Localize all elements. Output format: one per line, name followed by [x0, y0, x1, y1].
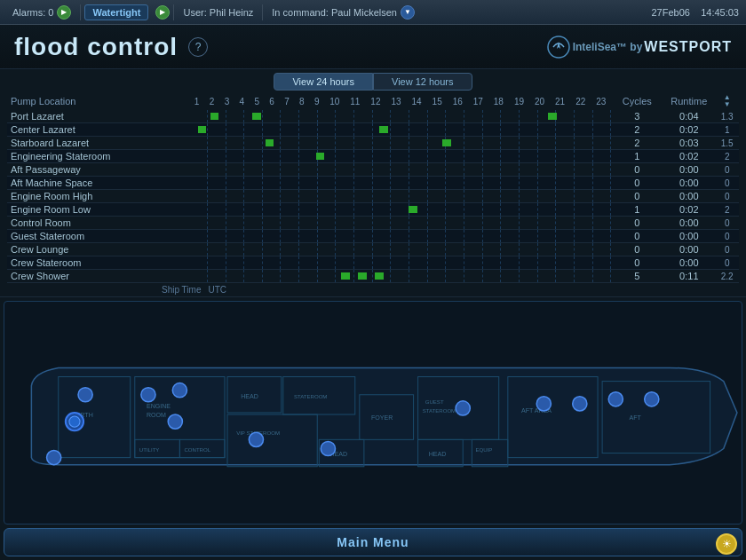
table-row[interactable]: Crew Stateroom00:000 [7, 256, 739, 270]
table-row[interactable]: Engine Room High00:000 [7, 190, 739, 203]
cycles-cell: 0 [611, 243, 663, 256]
pump-dot-center-lazaret[interactable] [141, 388, 155, 402]
main-content: View 24 hours View 12 hours Pump Locatio… [0, 69, 746, 560]
last-value-cell: 1.5 [715, 137, 739, 150]
table-row[interactable]: Guest Stateroom00:000 [7, 230, 739, 243]
settings-icon[interactable]: ☀ [716, 533, 737, 555]
pump-dot-crew2[interactable] [573, 397, 587, 411]
pump-dot-starboard-lazaret[interactable] [249, 432, 263, 446]
last-value-cell: 0 [715, 243, 739, 256]
bottom-section: BERTH ENGINE ROOM UTILITY CONTROL HEAD [0, 296, 746, 560]
svg-text:ROOM: ROOM [147, 412, 166, 419]
last-value-cell: 1.3 [715, 110, 739, 123]
runtime-header: Runtime [663, 92, 715, 110]
pump-name-cell: Crew Stateroom [7, 256, 189, 270]
runtime-cell: 0:02 [663, 123, 715, 137]
runtime-cell: 0:02 [663, 150, 715, 163]
timeline-cell [189, 256, 611, 270]
svg-point-32 [69, 416, 80, 427]
datetime: 27Feb06 14:45:03 [652, 7, 740, 18]
separator [80, 4, 81, 20]
timeline-cell [189, 203, 611, 217]
runtime-cell: 0:00 [663, 230, 715, 243]
cycles-cell: 0 [611, 177, 663, 190]
pump-dot-guest[interactable] [456, 401, 470, 415]
separator3 [262, 4, 263, 20]
pump-dot-port-lazaret[interactable] [78, 388, 92, 402]
table-row[interactable]: Control Room00:000 [7, 217, 739, 230]
timeline-cell [189, 177, 611, 190]
pump-name-cell: Center Lazaret [7, 123, 189, 137]
runtime-cell: 0:11 [663, 270, 715, 283]
user-status: User: Phil Heinz [178, 5, 258, 20]
timeline-cell [189, 217, 611, 230]
table-row[interactable]: Engineering Stateroom10:022 [7, 150, 739, 163]
pump-name-cell: Port Lazaret [7, 110, 189, 123]
utc-label: UTC [208, 285, 226, 295]
sort-icon: ▲▼ [718, 94, 735, 108]
watertight-status: Watertight [84, 4, 148, 20]
ship-blueprint: BERTH ENGINE ROOM UTILITY CONTROL HEAD [4, 302, 742, 524]
ship-time-label: Ship Time [162, 285, 201, 295]
pump-name-cell: Crew Lounge [7, 243, 189, 256]
timeline-cell [189, 230, 611, 243]
svg-text:HEAD: HEAD [429, 451, 447, 458]
alarms-status: Alarms: 0 ▶ [7, 4, 76, 21]
svg-text:UTILITY: UTILITY [139, 447, 160, 453]
cycles-cell: 2 [611, 123, 663, 137]
cycles-cell: 0 [611, 190, 663, 203]
svg-text:ENGINE: ENGINE [147, 403, 171, 410]
runtime-cell: 0:04 [663, 110, 715, 123]
timeline-cell [189, 150, 611, 163]
last-value-cell: 2.2 [715, 270, 739, 283]
timeline-cell [189, 110, 611, 123]
pump-name-cell: Control Room [7, 217, 189, 230]
main-menu-label: Main Menu [337, 535, 409, 549]
cycles-cell: 0 [611, 256, 663, 270]
pump-dot-engineering[interactable] [321, 441, 335, 455]
svg-text:STATEROOM: STATEROOM [294, 394, 328, 399]
command-button[interactable]: ▼ [401, 5, 415, 20]
watertight-button[interactable]: ▶ [155, 5, 170, 20]
table-row[interactable]: Aft Machine Space00:000 [7, 177, 739, 190]
table-row[interactable]: Aft Passageway00:000 [7, 163, 739, 177]
pump-dot-crew3[interactable] [608, 392, 623, 406]
pump-dot-engine-low[interactable] [168, 414, 182, 429]
help-button[interactable]: ? [188, 37, 208, 57]
alarms-button[interactable]: ▶ [57, 5, 71, 20]
sort-header[interactable]: ▲▼ [715, 92, 739, 110]
table-section: View 24 hours View 12 hours Pump Locatio… [0, 69, 746, 296]
pump-dot-fwd[interactable] [47, 451, 61, 465]
pump-name-cell: Starboard Lazaret [7, 137, 189, 150]
table-row[interactable]: Port Lazaret30:041.3 [7, 110, 739, 123]
table-row[interactable]: Crew Shower50:112.2 [7, 270, 739, 283]
pump-dot-crew4[interactable] [645, 392, 659, 406]
view-24h-tab[interactable]: View 24 hours [274, 73, 373, 91]
timeline-cell [189, 270, 611, 283]
table-row[interactable]: Starboard Lazaret20:031.5 [7, 137, 739, 150]
cycles-cell: 1 [611, 203, 663, 217]
pump-name-cell: Guest Stateroom [7, 230, 189, 243]
view-tabs: View 24 hours View 12 hours [7, 73, 739, 91]
timeline-cell [189, 137, 611, 150]
last-value-cell: 2 [715, 150, 739, 163]
ship-diagram: BERTH ENGINE ROOM UTILITY CONTROL HEAD [4, 301, 742, 525]
cycles-header: Cycles [611, 92, 663, 110]
pump-dot-crew1[interactable] [536, 397, 551, 411]
cycles-cell: 0 [611, 217, 663, 230]
last-value-cell: 1 [715, 123, 739, 137]
cycles-cell: 5 [611, 270, 663, 283]
last-value-cell: 0 [715, 163, 739, 177]
main-menu-button[interactable]: Main Menu [4, 528, 742, 556]
view-12h-tab[interactable]: View 12 hours [373, 73, 472, 91]
separator2 [173, 4, 174, 20]
svg-text:EQUIP: EQUIP [475, 447, 492, 453]
cycles-cell: 0 [611, 230, 663, 243]
last-value-cell: 0 [715, 190, 739, 203]
pump-dot-engine-high[interactable] [172, 383, 186, 398]
cycles-cell: 2 [611, 137, 663, 150]
pump-name-cell: Aft Passageway [7, 163, 189, 177]
table-row[interactable]: Center Lazaret20:021 [7, 123, 739, 137]
table-row[interactable]: Crew Lounge00:000 [7, 243, 739, 256]
table-row[interactable]: Engine Room Low10:022 [7, 203, 739, 217]
